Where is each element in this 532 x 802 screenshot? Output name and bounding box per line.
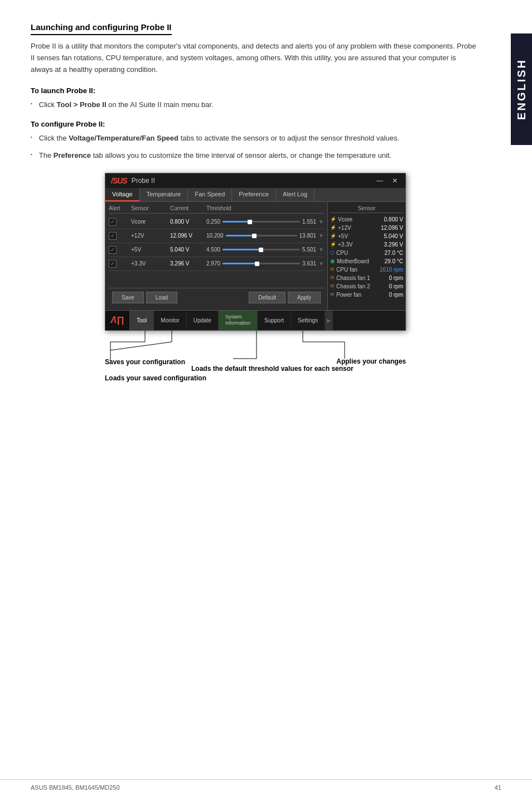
table-header: Alert Sensor Current Threshold — [109, 205, 324, 214]
sensor-name-text-5v: +5V — [338, 233, 348, 239]
sensor-label-5v: ⚡ +5V — [330, 233, 348, 239]
sensor-label-vcore: ⚡ Vcore — [330, 216, 352, 223]
probe-logo: /SUS — [111, 176, 127, 185]
saves-annotation-label: Saves your configuration — [105, 357, 185, 367]
slider-5v[interactable] — [223, 245, 300, 254]
probe-titlebar: /SUS Probe II — ✕ — [105, 173, 405, 188]
sensor-label-cpufan: ⟳ CPU fan — [330, 267, 357, 273]
tab-voltage[interactable]: Voltage — [105, 188, 140, 201]
alert-checkbox-12v[interactable]: ✓ — [109, 232, 131, 240]
taskbar-monitor[interactable]: Monitor — [154, 311, 186, 330]
alert-checkbox-vcore[interactable]: ✓ — [109, 218, 131, 226]
sensor-row-5v: ⚡ +5V 5.040 V — [330, 232, 403, 240]
sensor-row-33v: ⚡ +3.3V 3.296 V — [330, 240, 403, 249]
slider-vcore[interactable] — [223, 218, 300, 226]
sensor-name-text-33v: +3.3V — [338, 241, 352, 248]
sensor-value-12v: 12.096 V — [381, 225, 403, 231]
sensor-name-text-12v: +12V — [338, 225, 351, 231]
close-button[interactable]: ✕ — [390, 177, 400, 185]
slider-thumb-vcore — [248, 220, 252, 224]
alert-checkbox-33v[interactable]: ✓ — [109, 260, 131, 268]
slider-12v[interactable] — [226, 231, 297, 240]
sensor-value-5v: 5.040 V — [384, 233, 403, 239]
slider-thumb-12v — [252, 234, 257, 238]
svg-line-4 — [110, 342, 172, 350]
sensor-name-12v: +12V — [131, 233, 170, 239]
sensor-name-text-vcore: Vcore — [338, 216, 352, 223]
taskbar-support[interactable]: Support — [258, 311, 291, 330]
intro-text: Probe II is a utility that monitors the … — [31, 41, 480, 75]
tab-alert-log[interactable]: Alert Log — [276, 188, 315, 201]
taskbar-settings[interactable]: Settings — [291, 311, 325, 330]
sensor-value-vcore: 0.800 V — [384, 216, 403, 223]
slider-33v[interactable] — [223, 259, 300, 268]
threshold-arrow-33v: ▼ — [318, 260, 324, 267]
probe-tabs: Voltage Temperature Fan Speed Preference… — [105, 188, 405, 202]
slider-track-vcore — [223, 221, 300, 223]
alert-checkbox-5v[interactable]: ✓ — [109, 246, 131, 254]
slider-track-12v — [226, 235, 297, 236]
sensor-name-text-powerfan: Power fan — [336, 292, 361, 298]
tab-fan-speed[interactable]: Fan Speed — [188, 188, 232, 201]
page-content: Launching and configuring Probe II Probe… — [0, 0, 511, 414]
sensor-name-5v: +5V — [131, 247, 170, 253]
checkbox-5v[interactable]: ✓ — [109, 246, 117, 254]
sensor-row-motherboard: ▣ MotherBoard 29.0 °C — [330, 257, 403, 265]
tab-temperature[interactable]: Temperature — [140, 188, 188, 201]
checkbox-33v[interactable]: ✓ — [109, 260, 117, 268]
apply-button[interactable]: Apply — [288, 292, 321, 303]
applies-annotation-label: Applies your changes — [336, 357, 406, 365]
slider-track-33v — [223, 263, 300, 264]
sensor-icon-chassis1: ⟳ — [330, 275, 335, 281]
current-33v: 3.296 V — [170, 260, 206, 267]
probe-title-text: Probe II — [132, 177, 155, 185]
page-footer: ASUS BM1845, BM1645/MD250 41 — [0, 779, 532, 791]
tab-preference[interactable]: Preference — [232, 188, 276, 201]
col-header-current: Current — [170, 205, 206, 211]
sensor-name-text-chassis2: Chassis fan 2 — [336, 283, 370, 289]
section-title: Launching and configuring Probe II — [31, 22, 172, 35]
loads-annotation-label: Loads your saved configuration — [105, 374, 206, 382]
threshold-min-33v: 2.970 — [206, 260, 220, 267]
sensor-name-vcore: Vcore — [131, 219, 170, 225]
sensor-icon-cpufan: ⟳ — [330, 267, 335, 272]
footer-left: ASUS BM1845, BM1645/MD250 — [31, 784, 120, 791]
sensor-value-33v: 3.296 V — [384, 241, 403, 248]
save-button[interactable]: Save — [112, 292, 144, 303]
launch-heading: To launch Probe II: — [31, 86, 480, 95]
threshold-max-vcore: 1.551 — [302, 219, 316, 225]
sensor-icon-chassis2: ⟳ — [330, 283, 335, 289]
default-button[interactable]: Default — [249, 292, 286, 303]
taskbar-arrow[interactable]: ▶ — [325, 311, 333, 330]
taskbar-update[interactable]: Update — [187, 311, 219, 330]
sensor-row-chassis1: ⟳ Chassis fan 1 0 rpm — [330, 274, 403, 282]
threshold-vcore: 0.250 1.551 ▼ — [206, 218, 324, 226]
configure-bullet-1: • Click the Voltage/Temperature/Fan Spee… — [31, 133, 480, 144]
sensor-name-text-cpu: CPU — [336, 250, 348, 256]
checkbox-vcore[interactable]: ✓ — [109, 218, 117, 226]
taskbar-tool[interactable]: Tool — [130, 311, 154, 330]
sensor-label-powerfan: ⟳ Power fan — [330, 292, 361, 298]
probe-window: /SUS Probe II — ✕ Voltage Temperature Fa… — [105, 173, 406, 331]
table-row: ✓ Vcore 0.800 V 0.250 — [109, 215, 324, 229]
probe-title-left: /SUS Probe II — [111, 176, 155, 185]
sensor-value-cpufan: 1610 rpm — [380, 267, 403, 273]
slider-fill-12v — [226, 235, 254, 236]
launch-bullet-item: • Click Tool > Probe II on the AI Suite … — [31, 99, 480, 111]
minimize-button[interactable]: — — [374, 177, 385, 185]
threshold-arrow-12v: ▼ — [318, 233, 324, 239]
checkbox-12v[interactable]: ✓ — [109, 232, 117, 240]
taskbar-logo-text: Λ∏ — [111, 315, 124, 325]
taskbar-system-info[interactable]: SystemInformation — [219, 311, 258, 330]
table-row: ✓ +12V 12.096 V 10.200 — [109, 229, 324, 243]
slider-fill-5v — [223, 249, 262, 250]
load-button[interactable]: Load — [146, 292, 177, 303]
sensor-name-text-cpufan: CPU fan — [336, 267, 357, 273]
slider-fill-vcore — [223, 221, 250, 223]
table-row: ✓ +3.3V 3.296 V 2.970 — [109, 257, 324, 271]
threshold-arrow-5v: ▼ — [318, 247, 324, 253]
current-12v: 12.096 V — [170, 233, 206, 239]
sensor-row-cpu: ⬡ CPU 27.0 °C — [330, 249, 403, 257]
sensor-icon-vcore: ⚡ — [330, 216, 336, 222]
threshold-max-33v: 3.631 — [302, 260, 316, 267]
